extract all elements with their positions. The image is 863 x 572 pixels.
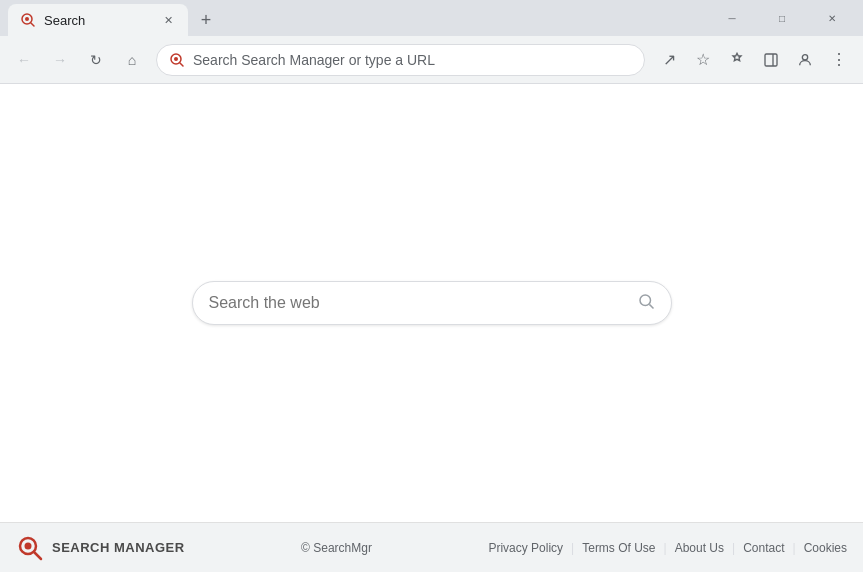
svg-point-13 — [25, 542, 32, 549]
search-input[interactable] — [209, 294, 637, 312]
footer-contact-link[interactable]: Contact — [743, 541, 784, 555]
footer-copyright: © SearchMgr — [301, 541, 372, 555]
tab-title: Search — [44, 13, 152, 28]
window-controls: ─ □ ✕ — [709, 4, 855, 32]
svg-point-8 — [802, 54, 807, 59]
search-icon[interactable] — [637, 292, 655, 315]
browser-toolbar: ← → ↻ ⌂ Search Search Manager or type a … — [0, 36, 863, 84]
bookmark-button[interactable]: ☆ — [687, 44, 719, 76]
svg-line-4 — [180, 63, 183, 66]
back-button[interactable]: ← — [8, 44, 40, 76]
footer-cookies-link[interactable]: Cookies — [804, 541, 847, 555]
profile-button[interactable] — [789, 44, 821, 76]
svg-line-1 — [31, 23, 34, 26]
footer-sep-3: | — [732, 541, 735, 555]
footer-sep-1: | — [571, 541, 574, 555]
extensions-button[interactable] — [721, 44, 753, 76]
sidepanel-button[interactable] — [755, 44, 787, 76]
footer-logo-icon — [16, 534, 44, 562]
footer-logo: SEARCH MANAGER — [16, 534, 185, 562]
close-button[interactable]: ✕ — [809, 4, 855, 32]
menu-button[interactable]: ⋮ — [823, 44, 855, 76]
footer-terms-link[interactable]: Terms Of Use — [582, 541, 655, 555]
active-tab[interactable]: Search ✕ — [8, 4, 188, 36]
svg-line-10 — [649, 304, 653, 308]
minimize-button[interactable]: ─ — [709, 4, 755, 32]
title-bar: Search ✕ + ─ □ ✕ — [0, 0, 863, 36]
tab-favicon — [20, 12, 36, 28]
footer-privacy-link[interactable]: Privacy Policy — [488, 541, 563, 555]
maximize-button[interactable]: □ — [759, 4, 805, 32]
footer-sep-2: | — [664, 541, 667, 555]
svg-line-12 — [34, 552, 41, 559]
search-box[interactable] — [192, 281, 672, 325]
footer-sep-4: | — [793, 541, 796, 555]
toolbar-right: ↗ ☆ ⋮ — [653, 44, 855, 76]
browser-footer: SEARCH MANAGER © SearchMgr Privacy Polic… — [0, 522, 863, 572]
footer-links: Privacy Policy | Terms Of Use | About Us… — [488, 541, 847, 555]
tab-close-button[interactable]: ✕ — [160, 12, 176, 28]
svg-rect-6 — [765, 54, 777, 66]
home-button[interactable]: ⌂ — [116, 44, 148, 76]
svg-point-9 — [640, 295, 651, 306]
footer-logo-text: SEARCH MANAGER — [52, 540, 185, 555]
svg-point-2 — [25, 17, 29, 21]
browser-content — [0, 84, 863, 522]
share-button[interactable]: ↗ — [653, 44, 685, 76]
footer-about-link[interactable]: About Us — [675, 541, 724, 555]
new-tab-button[interactable]: + — [192, 6, 220, 34]
search-box-wrapper — [0, 281, 863, 325]
address-bar[interactable]: Search Search Manager or type a URL — [156, 44, 645, 76]
forward-button[interactable]: → — [44, 44, 76, 76]
address-text: Search Search Manager or type a URL — [193, 52, 632, 68]
tab-strip: Search ✕ + — [8, 4, 709, 36]
address-favicon — [169, 52, 185, 68]
reload-button[interactable]: ↻ — [80, 44, 112, 76]
svg-point-5 — [174, 57, 178, 61]
